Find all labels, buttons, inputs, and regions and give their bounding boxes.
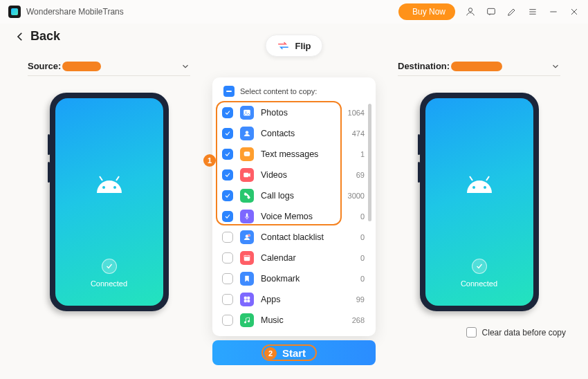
item-checkbox[interactable] bbox=[222, 273, 233, 284]
buy-now-button[interactable]: Buy Now bbox=[398, 3, 455, 20]
content-item-photos[interactable]: Photos1064 bbox=[222, 102, 367, 123]
content-item-music[interactable]: Music268 bbox=[222, 310, 367, 331]
source-status: Connected bbox=[91, 279, 127, 288]
source-selector[interactable]: Source: bbox=[28, 61, 190, 76]
svg-point-34 bbox=[248, 320, 250, 322]
account-icon[interactable] bbox=[465, 6, 476, 17]
callout-badge-2: 2 bbox=[264, 347, 277, 360]
content-item-calendar[interactable]: Calendar0 bbox=[222, 248, 367, 268]
select-all-checkbox[interactable] bbox=[223, 86, 235, 97]
content-item-voice[interactable]: Voice Memos0 bbox=[222, 206, 367, 227]
calllogs-icon bbox=[240, 189, 254, 203]
apps-icon bbox=[240, 293, 254, 306]
item-label: Apps bbox=[261, 295, 349, 304]
source-label: Source: bbox=[28, 61, 61, 71]
messages-icon bbox=[240, 147, 254, 161]
svg-point-13 bbox=[246, 111, 247, 113]
item-count: 69 bbox=[356, 171, 365, 179]
item-checkbox[interactable] bbox=[222, 190, 233, 201]
svg-point-5 bbox=[113, 186, 116, 189]
select-content-label: Select content to copy: bbox=[240, 87, 317, 95]
svg-point-33 bbox=[244, 322, 246, 324]
content-item-bookmark[interactable]: Bookmark0 bbox=[222, 268, 367, 289]
contacts-icon bbox=[240, 127, 254, 140]
item-count: 99 bbox=[356, 295, 365, 304]
blacklist-icon bbox=[240, 230, 254, 244]
back-label: Back bbox=[30, 29, 60, 44]
scrollbar[interactable] bbox=[368, 104, 371, 221]
buy-now-label: Buy Now bbox=[412, 7, 445, 17]
item-checkbox[interactable] bbox=[222, 232, 233, 243]
svg-rect-26 bbox=[244, 256, 250, 257]
check-icon bbox=[472, 259, 487, 274]
app-logo bbox=[8, 6, 21, 18]
feedback-icon[interactable] bbox=[486, 6, 497, 17]
content-item-blacklist[interactable]: Contact blacklist0 bbox=[222, 227, 367, 248]
content-item-apps[interactable]: Apps99 bbox=[222, 289, 367, 310]
item-checkbox[interactable] bbox=[222, 149, 233, 160]
svg-line-10 bbox=[470, 176, 472, 181]
photos-icon bbox=[240, 106, 254, 120]
svg-rect-3 bbox=[488, 8, 495, 14]
flip-label: Flip bbox=[295, 41, 311, 51]
item-checkbox[interactable] bbox=[222, 107, 233, 118]
back-button[interactable]: Back bbox=[14, 29, 60, 44]
close-icon[interactable] bbox=[569, 6, 580, 17]
source-column: Source: Connected bbox=[28, 61, 190, 311]
svg-rect-19 bbox=[244, 173, 249, 177]
clear-data-checkbox[interactable]: Clear data before copy bbox=[466, 327, 566, 338]
item-label: Text messages bbox=[261, 149, 353, 159]
menu-icon[interactable] bbox=[527, 6, 538, 17]
content-item-videos[interactable]: Videos69 bbox=[222, 165, 367, 185]
svg-rect-32 bbox=[248, 300, 250, 303]
destination-column: Destination: Connected bbox=[398, 61, 560, 311]
flip-icon bbox=[277, 41, 289, 50]
minimize-icon[interactable] bbox=[548, 6, 559, 17]
item-label: Photos bbox=[261, 108, 341, 118]
item-checkbox[interactable] bbox=[222, 211, 233, 222]
item-label: Call logs bbox=[261, 191, 341, 201]
flip-button[interactable]: Flip bbox=[265, 35, 322, 57]
svg-line-7 bbox=[116, 176, 119, 181]
item-checkbox[interactable] bbox=[222, 252, 233, 264]
content-item-calllogs[interactable]: Call logs3000 bbox=[222, 185, 367, 206]
item-label: Contact blacklist bbox=[261, 232, 353, 242]
android-icon bbox=[463, 174, 496, 197]
content-item-contacts[interactable]: Contacts474 bbox=[222, 123, 367, 144]
app-title: Wondershare MobileTrans bbox=[26, 7, 124, 17]
voice-icon bbox=[240, 210, 254, 223]
destination-selector[interactable]: Destination: bbox=[398, 61, 560, 76]
chevron-down-icon bbox=[551, 62, 560, 71]
start-button[interactable]: Start bbox=[212, 340, 376, 365]
item-count: 1064 bbox=[348, 109, 365, 117]
svg-rect-20 bbox=[246, 214, 248, 218]
calendar-icon bbox=[240, 251, 254, 265]
clear-data-label: Clear data before copy bbox=[482, 328, 566, 338]
item-count: 0 bbox=[360, 233, 365, 241]
start-label: Start bbox=[282, 347, 306, 359]
svg-line-11 bbox=[486, 176, 489, 181]
destination-phone: Connected bbox=[420, 93, 539, 311]
content-panel: Select content to copy: Photos1064Contac… bbox=[212, 77, 376, 336]
svg-point-8 bbox=[472, 186, 475, 189]
svg-rect-31 bbox=[244, 300, 247, 303]
content-item-messages[interactable]: Text messages1 bbox=[222, 144, 367, 165]
item-count: 3000 bbox=[348, 192, 365, 200]
destination-label: Destination: bbox=[398, 61, 450, 71]
svg-rect-29 bbox=[244, 297, 247, 299]
svg-line-6 bbox=[100, 176, 102, 181]
item-checkbox[interactable] bbox=[222, 294, 233, 305]
svg-point-16 bbox=[246, 154, 246, 154]
item-checkbox[interactable] bbox=[222, 128, 233, 139]
callout-badge-1: 1 bbox=[203, 154, 216, 167]
item-checkbox[interactable] bbox=[222, 315, 233, 326]
item-label: Bookmark bbox=[261, 274, 353, 284]
svg-point-14 bbox=[246, 131, 248, 134]
music-icon bbox=[240, 313, 254, 327]
item-checkbox[interactable] bbox=[222, 169, 233, 181]
edit-icon[interactable] bbox=[506, 6, 517, 17]
destination-status: Connected bbox=[461, 279, 497, 288]
svg-rect-12 bbox=[244, 110, 250, 115]
item-label: Music bbox=[261, 315, 345, 325]
svg-point-17 bbox=[246, 154, 247, 154]
